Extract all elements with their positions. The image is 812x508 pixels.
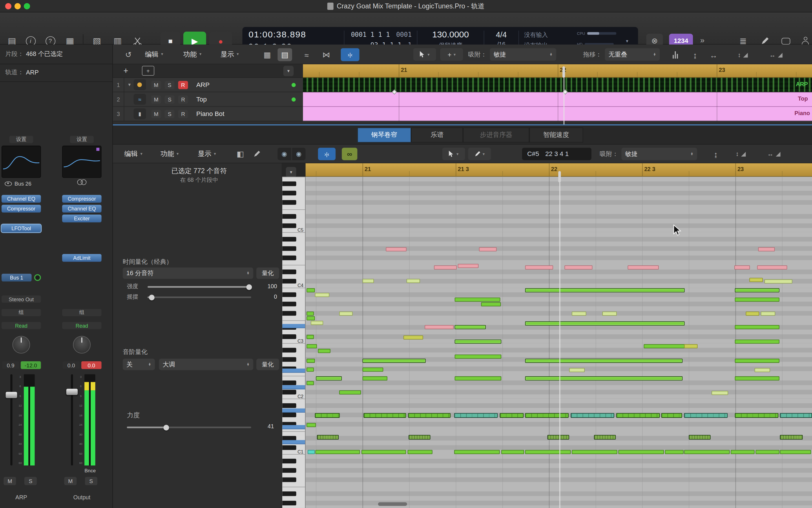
black-key[interactable] [282,247,296,251]
midi-note[interactable] [317,435,339,439]
highlighted-key[interactable] [282,440,305,444]
piano-roll-menu-icon[interactable]: ▾ [286,167,296,177]
midi-note[interactable] [569,368,585,372]
playhead-handle[interactable] [558,171,561,182]
midi-note[interactable] [780,435,803,439]
midi-note[interactable] [761,311,775,315]
strip2-plugin-exciter[interactable]: Exciter [62,215,102,222]
midi-note[interactable] [730,450,754,454]
midi-note[interactable] [434,265,457,269]
black-key[interactable] [282,413,296,417]
undo-icon[interactable]: ↺ [122,49,135,61]
strip1-mute-button[interactable]: M [4,477,16,485]
midi-note[interactable] [306,344,317,348]
pointer-tool-button[interactable]: ▾ [414,48,436,60]
black-key[interactable] [282,237,296,242]
link-icon[interactable]: ∞ [342,147,357,160]
midi-note[interactable] [525,450,571,454]
midi-note[interactable] [339,390,361,394]
editor-edit-menu[interactable]: 编辑▾ [124,145,143,163]
strip2-automation-button[interactable]: Read [62,322,102,329]
midi-note[interactable] [339,311,352,315]
track-mute-button[interactable]: M [151,81,161,89]
track-on-indicator[interactable] [291,83,295,87]
strip2-plugin-adlimit[interactable]: AdLimit [62,254,102,262]
strip2-group-button[interactable]: 组 [62,309,102,316]
midi-note[interactable] [306,316,315,320]
midi-note[interactable] [684,413,728,418]
black-key[interactable] [282,491,296,496]
midi-note[interactable] [454,413,498,418]
midi-note[interactable] [306,367,314,372]
strip2-settings-button[interactable]: 设置 [70,136,94,143]
midi-note[interactable] [316,376,341,380]
automation-icon[interactable]: ≈ [300,49,313,61]
strip1-output-button[interactable]: Stereo Out [1,295,41,303]
track-record-button[interactable]: R [178,95,188,103]
strip1-plugin-compressor[interactable]: Compressor [1,205,41,213]
track-header-arp[interactable]: 1 ▼ M S R ARP [113,78,303,92]
strip1-plugin-lfotool[interactable]: LFOTool [1,224,41,232]
midi-note[interactable] [780,413,812,418]
highlighted-key[interactable] [282,425,305,429]
midi-note[interactable] [758,247,775,251]
track-mute-button[interactable]: M [151,95,161,103]
catch-playhead-icon[interactable]: ›|‹ [341,48,359,61]
black-key[interactable] [282,334,296,339]
track-header-top[interactable]: 2 ≈ M S R Top [113,92,303,107]
editor-view-menu[interactable]: 显示▾ [198,145,216,163]
midi-note[interactable] [684,450,730,454]
black-key[interactable] [282,200,296,205]
midi-note[interactable] [316,450,360,454]
strip2-fader-track[interactable] [71,374,73,466]
tab-score[interactable]: 乐谱 [411,128,463,143]
midi-note[interactable] [684,344,698,348]
piano-keyboard[interactable]: C5C4C3C2C1 [282,177,305,508]
midi-note[interactable] [500,413,523,418]
arrange-functions-menu[interactable]: 功能▾ [183,45,202,64]
highlighted-key[interactable] [282,385,305,389]
midi-note[interactable] [735,339,779,343]
strip2-pan-value[interactable]: 0.0 [62,361,80,369]
quantize-value-dropdown[interactable]: 16 分音符▼▼ [123,267,253,279]
black-key[interactable] [282,191,296,196]
snap-dropdown[interactable]: 敏捷▼▼ [490,48,556,60]
black-key[interactable] [282,181,296,186]
midi-note[interactable] [454,450,500,454]
midi-note[interactable] [363,367,383,372]
midi-note[interactable] [363,358,426,363]
black-key[interactable] [282,223,296,228]
strip1-solo-button[interactable]: S [24,477,37,485]
scale-off-dropdown[interactable]: 关▼▼ [123,359,155,370]
flex-icon[interactable]: ⋈ [320,49,333,61]
black-key[interactable] [282,468,296,473]
horizontal-fit-icon[interactable]: ↨ [709,147,722,160]
track-solo-button[interactable]: S [164,110,175,118]
horizontal-scrollbar[interactable] [378,502,407,506]
midi-note[interactable] [547,435,569,439]
midi-note[interactable] [756,450,779,454]
track-solo-button[interactable]: S [164,81,175,89]
midi-note[interactable] [755,368,770,372]
midi-note[interactable] [619,450,664,454]
tracks-view-icon[interactable]: ▤ [278,48,292,61]
strip1-volume-value[interactable]: -12.0 [21,361,41,369]
midi-note[interactable] [757,265,787,269]
midi-note[interactable] [565,265,593,269]
midi-note[interactable] [315,293,329,297]
midi-note[interactable] [616,413,660,418]
track-solo-button[interactable]: S [164,95,175,103]
midi-note[interactable] [525,358,682,363]
strip2-plugin-compressor[interactable]: Compressor [62,195,102,203]
strip1-send-bus1[interactable]: Bus 1 [1,274,32,282]
midi-note[interactable] [665,450,683,454]
midi-note[interactable] [594,435,616,439]
strip2-fader-knob[interactable] [66,389,78,395]
vertical-zoom-slider[interactable]: ↕ [730,147,751,160]
black-key[interactable] [282,348,296,352]
arrange-ruler[interactable]: 212223 [303,65,812,78]
drag-dropdown[interactable]: 无重叠▼▼ [605,48,660,60]
midi-note[interactable] [735,376,779,380]
midi-note[interactable] [479,247,497,251]
black-key[interactable] [282,214,296,219]
